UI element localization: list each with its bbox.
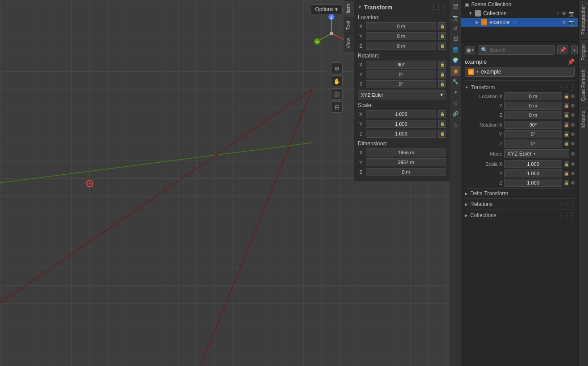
relations-section[interactable]: ▶ Relations ⋮⋮⋮ bbox=[465, 198, 575, 210]
prop-tab-scene[interactable]: 🎬 bbox=[451, 2, 460, 12]
prop-tab-object[interactable]: ▣ bbox=[451, 66, 460, 76]
tab-item[interactable]: Item bbox=[344, 0, 354, 17]
pin-object-icon[interactable]: 📌 bbox=[567, 58, 575, 65]
search-input[interactable] bbox=[490, 47, 551, 53]
prop-tab-modifier[interactable]: 🔧 bbox=[451, 77, 460, 86]
rot-x-lock[interactable]: 🔒 bbox=[438, 61, 446, 69]
prop-scale-z-value[interactable]: 1.000 bbox=[504, 179, 562, 187]
loc-x-lock[interactable]: 🔒 bbox=[438, 22, 446, 30]
prop-rot-y-lock[interactable]: 🔒 bbox=[564, 132, 569, 137]
scale-z-value[interactable]: 1.000 bbox=[366, 130, 436, 138]
loc-x-label: X bbox=[358, 24, 364, 29]
example-camera-icon[interactable]: 📷 bbox=[568, 20, 575, 25]
rot-x-value[interactable]: 90° bbox=[366, 61, 436, 69]
output-icon: 🖨 bbox=[453, 25, 458, 31]
prop-scale-y-row: Y 1.000 🔒 bbox=[467, 169, 575, 177]
scale-y-lock[interactable]: 🔒 bbox=[438, 120, 446, 128]
vtab-quad-remesh[interactable]: Quad Remesh bbox=[579, 65, 588, 106]
scale-x-lock[interactable]: 🔒 bbox=[438, 110, 446, 118]
prop-rot-z-value[interactable]: 0° bbox=[504, 140, 562, 148]
prop-tab-render[interactable]: 📷 bbox=[451, 12, 460, 22]
prop-scale-x-lock[interactable]: 🔒 bbox=[564, 161, 569, 167]
outliner-example-object[interactable]: ▶ ⬡ example ▽ 👁 📷 bbox=[461, 18, 578, 27]
collection-eye-icon[interactable]: 👁 bbox=[562, 11, 567, 16]
rot-z-label: Z bbox=[358, 82, 364, 87]
scale-x-label-prop: Scale X bbox=[467, 161, 502, 167]
delta-transform-section[interactable]: ▶ Delta Transform bbox=[465, 188, 575, 198]
loc-z-value[interactable]: 0 m bbox=[366, 42, 436, 50]
collection-camera-icon[interactable]: 📷 bbox=[568, 11, 575, 16]
example-eye-icon[interactable]: 👁 bbox=[562, 20, 567, 25]
prop-scale-y-value[interactable]: 1.000 bbox=[504, 169, 562, 177]
outliner-collection[interactable]: ▼ □ Collection ✓ 👁 📷 bbox=[461, 9, 578, 18]
prop-loc-z-lock[interactable]: 🔒 bbox=[564, 112, 569, 118]
filter-button[interactable]: ▾ bbox=[571, 45, 578, 54]
prop-tab-objectdata[interactable]: △ bbox=[451, 119, 460, 129]
grid-button[interactable]: ⊞ bbox=[331, 101, 343, 113]
rot-y-value[interactable]: 0° bbox=[366, 70, 436, 78]
prop-rot-y-value[interactable]: 0° bbox=[504, 130, 562, 138]
prop-tab-particles[interactable]: ✦ bbox=[451, 87, 460, 97]
prop-loc-z-value[interactable]: 0 m bbox=[504, 111, 562, 119]
view-type-selector[interactable]: ▣ ▾ bbox=[465, 46, 475, 54]
prop-loc-x-row: Location X 0 m 🔒 bbox=[467, 92, 575, 100]
object-selector[interactable]: ▣ ▾ example bbox=[465, 67, 575, 77]
scale-x-value[interactable]: 1.000 bbox=[366, 110, 436, 118]
prop-rot-x-dot bbox=[571, 123, 575, 127]
camera-button[interactable]: 🎥 bbox=[331, 88, 343, 100]
scale-y-label: Y bbox=[358, 121, 364, 127]
rotation-mode-dropdown[interactable]: XYZ Euler ▾ bbox=[358, 90, 446, 99]
tab-view[interactable]: View bbox=[344, 34, 354, 52]
prop-scale-x-value[interactable]: 1.000 bbox=[504, 160, 562, 168]
mode-dropdown-prop[interactable]: XYZ Euler ▾ bbox=[504, 149, 569, 158]
zoom-button[interactable]: ⊕ bbox=[331, 62, 343, 74]
prop-tab-constraints[interactable]: 🔗 bbox=[451, 109, 460, 119]
tab-tool[interactable]: Tool bbox=[344, 17, 354, 33]
loc-y-lock[interactable]: 🔒 bbox=[438, 32, 446, 40]
vtab-photographer[interactable]: Photographer bbox=[579, 0, 588, 39]
transform-title: ▼ Transform bbox=[358, 4, 393, 11]
prop-rot-x-value[interactable]: 90° bbox=[504, 121, 562, 129]
grab-button[interactable]: ✋ bbox=[331, 75, 343, 87]
prop-loc-y-lock[interactable]: 🔒 bbox=[564, 103, 569, 108]
rot-y-lock[interactable]: 🔒 bbox=[438, 70, 446, 78]
prop-rot-x-lock[interactable]: 🔒 bbox=[564, 122, 569, 127]
loc-z-label: Z bbox=[358, 43, 364, 49]
scale-y-value[interactable]: 1.000 bbox=[366, 120, 436, 128]
prop-rot-z-lock[interactable]: 🔒 bbox=[564, 141, 569, 146]
prop-loc-x-value[interactable]: 0 m bbox=[504, 92, 562, 100]
dim-y-value[interactable]: 2954 m bbox=[366, 158, 446, 166]
scene-collection-label: Scene Collection bbox=[471, 1, 511, 8]
rot-z-value[interactable]: 0° bbox=[366, 80, 436, 88]
object-icon: ▣ bbox=[453, 68, 458, 74]
transform-section-header[interactable]: ▼ Transform ⋮⋮⋮ bbox=[465, 82, 575, 92]
prop-tab-physics[interactable]: ◎ bbox=[451, 98, 460, 108]
outliner-scene-collection[interactable]: ▣ Scene Collection bbox=[461, 0, 578, 9]
vtab-poligon[interactable]: Poligon bbox=[579, 39, 588, 65]
delta-collapse-icon: ▶ bbox=[465, 192, 468, 196]
prop-tab-world[interactable]: 🌍 bbox=[451, 55, 460, 65]
scale-z-lock[interactable]: 🔒 bbox=[438, 130, 446, 138]
prop-loc-y-value[interactable]: 0 m bbox=[504, 102, 562, 110]
transform-section: ▼ Transform ⋮⋮⋮ Location X 0 m 🔒 bbox=[465, 80, 575, 187]
prop-loc-x-lock[interactable]: 🔒 bbox=[564, 94, 569, 99]
loc-x-value[interactable]: 0 m bbox=[366, 22, 436, 30]
prop-tab-scene2[interactable]: 🌐 bbox=[451, 45, 460, 54]
prop-scale-z-lock[interactable]: 🔒 bbox=[564, 180, 569, 185]
loc-y-value[interactable]: 0 m bbox=[366, 32, 436, 40]
example-expand-arrow: ▶ bbox=[476, 20, 479, 25]
svg-text:Z: Z bbox=[331, 16, 333, 20]
dim-x-value[interactable]: 1956 m bbox=[366, 148, 446, 156]
prop-scale-z-row: Z 1.000 🔒 bbox=[467, 179, 575, 187]
options-button[interactable]: Options ▾ bbox=[310, 4, 343, 14]
pin-button[interactable]: 📌 bbox=[557, 45, 568, 54]
prop-tab-output[interactable]: 🖨 bbox=[451, 23, 460, 33]
dim-z-value[interactable]: 0 m bbox=[366, 168, 446, 176]
prop-scale-y-lock[interactable]: 🔒 bbox=[564, 171, 569, 176]
prop-tab-viewlayer[interactable]: 🖼 bbox=[451, 34, 460, 44]
prop-rot-z-dot bbox=[571, 142, 575, 145]
collections-section[interactable]: ▶ Collections ⋮⋮⋮ bbox=[465, 210, 575, 221]
vtab-mixamo[interactable]: Mixamo bbox=[579, 106, 588, 132]
loc-z-lock[interactable]: 🔒 bbox=[438, 42, 446, 50]
rot-z-lock[interactable]: 🔒 bbox=[438, 80, 446, 88]
